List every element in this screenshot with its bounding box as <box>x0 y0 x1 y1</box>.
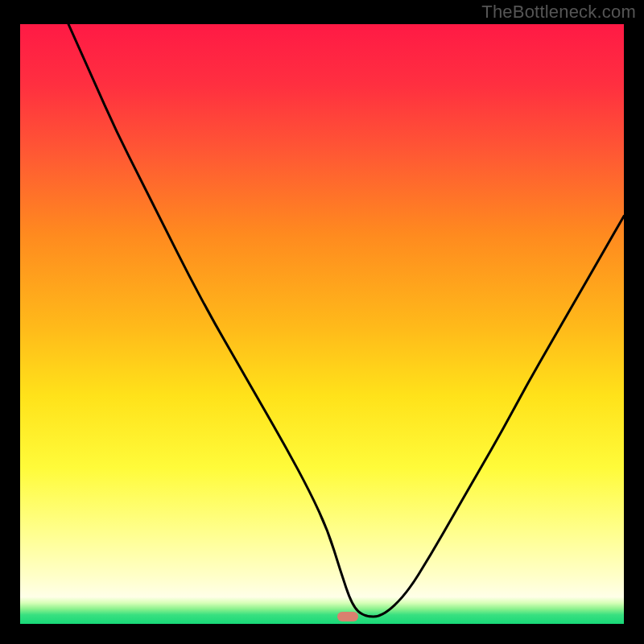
plot-svg <box>20 24 624 624</box>
gradient-background <box>20 24 624 624</box>
bottleneck-marker <box>337 612 358 621</box>
plot-area <box>20 24 624 624</box>
chart-frame: TheBottleneck.com <box>0 0 644 644</box>
watermark-label: TheBottleneck.com <box>481 2 636 23</box>
